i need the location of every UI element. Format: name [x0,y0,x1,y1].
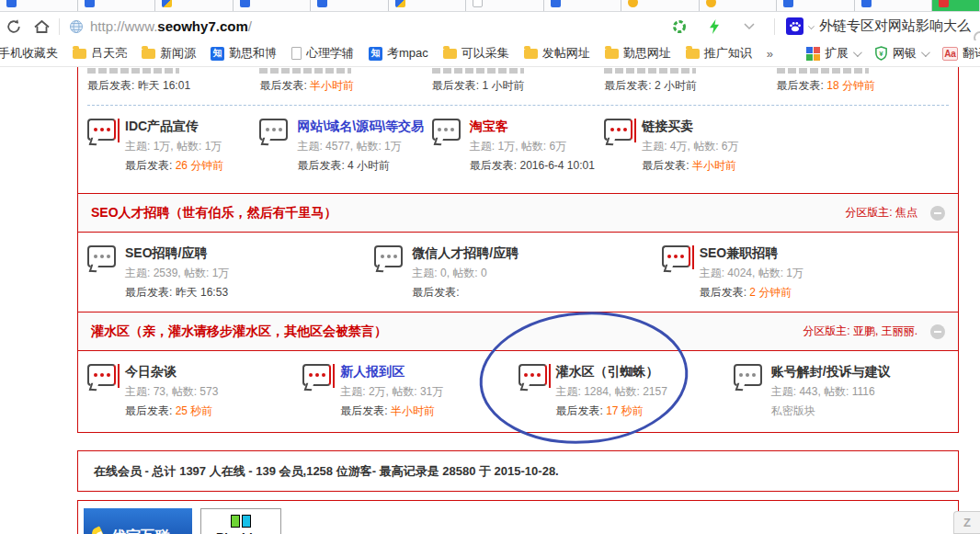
browser-tab[interactable] [700,0,778,11]
browser-toolbar: http://www.seowhy7.com/ 外链专区对网站影响大么 [0,12,980,40]
tab-favicon [317,0,327,7]
forum-title-link[interactable]: IDC产品宣传 [125,119,199,135]
browser-tab[interactable] [621,0,700,11]
forum-cell-circled: 灌水区（引蜘蛛） 主题: 1284, 帖数: 2157 最后发表: 17 秒前 [518,363,734,432]
reload-button[interactable] [0,15,28,39]
forum-row: IDC产品宣传 主题: 1万, 帖数: 1万 最后发表: 26 分钟前 网站\域… [78,106,958,193]
tab-favicon [240,0,250,7]
address-bar[interactable]: http://www.seowhy7.com/ [63,18,666,34]
forum-lastpost: 最后发表: 半小时前 [340,403,443,419]
forum-lastpost: 最后发表: 17 秒前 [556,403,667,419]
speed-mode-button[interactable] [701,15,728,39]
forum-cell: 最后发表: 半小时前 [259,68,431,99]
tab-strip[interactable] [0,0,980,12]
partner-logo-blueidea[interactable]: BlueIdea [200,508,281,534]
browser-tab[interactable] [466,0,544,11]
bookmark-item[interactable]: 发帖网址 [517,40,598,66]
chevron-down-icon [921,48,930,57]
bookmark-item[interactable]: 手机收藏夹 [0,40,65,66]
moderator-link[interactable]: 焦点 [895,206,917,219]
forum-title-link[interactable]: 灌水区（引蜘蛛） [556,364,659,381]
search-query-text[interactable]: 外链专区对网站影响大么 [819,17,971,35]
forum-stats: 主题: 4577, 帖数: 1万 [297,139,424,154]
browser-tab[interactable] [0,0,78,11]
bookmark-item[interactable]: 可以采集 [436,40,517,66]
forum-cell: 最后发表: 2 小时前 [604,68,776,99]
forum-title-link[interactable]: 账号解封/投诉与建议 [771,364,891,381]
forum-stats: 主题: 4024, 帖数: 1万 [700,266,803,281]
search-box[interactable]: 外链专区对网站影响大么 [786,17,971,35]
forum-bubble-icon[interactable] [604,119,632,141]
forum-lastpost: 最后发表: 26 分钟前 [125,158,223,174]
toolbar-separator [59,18,60,35]
folder-icon [605,49,619,59]
forum-bubble-icon[interactable] [302,364,331,386]
forum-lastpost: 最后发表: 2 分钟前 [700,285,803,301]
forum-title-link[interactable]: SEO兼职招聘 [700,245,779,262]
forum-bubble-icon[interactable] [662,245,690,267]
forum-lastpost: 最后发表: 4 小时前 [297,158,424,174]
bookmark-item[interactable]: 勤思网址 [598,40,678,66]
forum-bubble-icon[interactable] [432,119,461,141]
browser-tab[interactable] [155,0,234,11]
url-text[interactable]: http://www.seowhy7.com/ [90,18,252,34]
shutter-icon [672,19,687,34]
forum-bubble-icon[interactable] [259,119,288,141]
baidu-search-icon[interactable] [786,17,803,35]
bookmark-item[interactable]: 吕天亮 [65,40,134,66]
forum-title-link[interactable]: 新人报到区 [340,364,405,381]
browser-tab[interactable] [932,0,980,11]
bookmark-item[interactable]: 知考mpac [361,40,436,66]
tab-favicon [706,0,716,7]
floating-side-widget[interactable]: Z [953,511,980,534]
forum-bubble-icon[interactable] [734,364,762,386]
forum-title-link[interactable]: 网站\域名\源码\等交易 [297,119,424,135]
section-title: 灌水区（亲，灌水请移步灌水区，其他区会被禁言） [91,324,803,340]
browser-tab[interactable] [78,0,156,11]
forum-title-link[interactable]: 今日杂谈 [125,364,177,381]
forum-bubble-icon[interactable] [87,119,116,141]
bookmark-item[interactable]: 心理学辅 [284,40,361,66]
translate-button[interactable]: Aa翻译 [935,40,980,66]
forum-bubble-icon[interactable] [374,245,403,267]
folder-icon [73,49,86,59]
moderator-link[interactable]: 亚鹏, 王丽丽. [853,324,917,337]
browser-tab[interactable] [311,0,389,11]
chevron-down-icon [744,23,755,30]
browser-tab[interactable] [777,0,855,11]
browser-tab[interactable] [389,0,467,11]
globe-icon [69,19,84,34]
forum-title-link[interactable]: 链接买卖 [642,119,693,135]
forum-stats: 主题: 73, 帖数: 573 [125,384,218,400]
proxy-shutter-button[interactable] [666,15,693,39]
extensions-button[interactable]: 扩展 [799,40,867,66]
forum-title-link[interactable]: 微信人才招聘/应聘 [412,245,518,262]
home-button[interactable] [28,15,55,39]
collapse-section-button[interactable] [930,206,945,221]
toolbar-dropdown-button[interactable] [735,15,763,39]
partner-logo-youyu[interactable]: 优宇互联 [84,508,192,534]
forum-bubble-icon[interactable] [87,245,116,267]
ebank-button[interactable]: ¥网银 [867,40,935,66]
forum-cell: 最后发表: 昨天 16:01 [87,68,259,99]
forum-title-link[interactable]: SEO招聘/应聘 [125,245,207,262]
extensions-icon [806,47,820,61]
browser-tab[interactable] [855,0,933,11]
forum-bubble-icon[interactable] [518,364,547,386]
bookmark-item[interactable]: 知勤思和博 [203,40,284,66]
tab-favicon [628,0,638,7]
forum-stats: 主题: 443, 帖数: 1116 [771,384,891,400]
forum-bubble-icon[interactable] [87,364,116,386]
forum-title-link[interactable]: 淘宝客 [470,119,508,135]
browser-tab[interactable] [234,0,312,11]
forum-stats: 主题: 1284, 帖数: 2157 [556,384,667,400]
bookmark-item[interactable]: 推广知识 [678,40,759,66]
bookmark-item[interactable]: 新闻源 [134,40,203,66]
forum-row-clipped: 最后发表: 昨天 16:01 最后发表: 半小时前 最后发表: 1 小时前 最后… [78,67,958,105]
bookmarks-overflow-button[interactable]: » [759,47,781,61]
forum-cell-empty [777,118,949,193]
search-engine-chevron-icon[interactable] [808,23,815,29]
browser-tab[interactable] [544,0,622,11]
collapse-section-button[interactable] [930,324,945,339]
forum-stats: 主题: 1万, 帖数: 1万 [125,139,223,154]
